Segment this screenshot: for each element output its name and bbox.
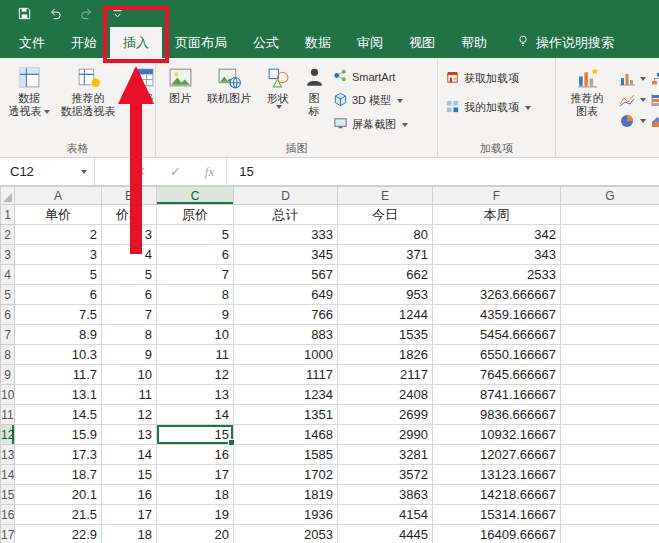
row-header-5[interactable]: 5 (1, 285, 15, 305)
cell-D6[interactable]: 766 (234, 305, 338, 325)
cell-F10[interactable]: 8741.166667 (433, 385, 561, 405)
row-header-6[interactable]: 6 (1, 305, 15, 325)
cell-E16[interactable]: 4154 (338, 505, 433, 525)
cell-A11[interactable]: 14.5 (15, 405, 102, 425)
cell-G9[interactable] (561, 365, 659, 385)
cell-G8[interactable] (561, 345, 659, 365)
cell-G17[interactable] (561, 525, 659, 543)
cell-D1[interactable]: 总计 (234, 205, 338, 225)
cell-A7[interactable]: 8.9 (15, 325, 102, 345)
cell-A17[interactable]: 22.9 (15, 525, 102, 543)
cell-B1[interactable]: 价格 (102, 205, 157, 225)
cell-F6[interactable]: 4359.166667 (433, 305, 561, 325)
cell-F15[interactable]: 14218.66667 (433, 485, 561, 505)
cell-F5[interactable]: 3263.666667 (433, 285, 561, 305)
cell-F8[interactable]: 6550.166667 (433, 345, 561, 365)
row-header-8[interactable]: 8 (1, 345, 15, 365)
cell-E11[interactable]: 2699 (338, 405, 433, 425)
cell-E6[interactable]: 1244 (338, 305, 433, 325)
tab-插入[interactable]: 插入 (110, 27, 162, 58)
area-chart-button[interactable] (651, 114, 659, 128)
row-header-14[interactable]: 14 (1, 465, 15, 485)
cell-D15[interactable]: 1819 (234, 485, 338, 505)
row-header-7[interactable]: 7 (1, 325, 15, 345)
cell-E17[interactable]: 4445 (338, 525, 433, 543)
redo-icon[interactable] (78, 5, 95, 22)
cell-A8[interactable]: 10.3 (15, 345, 102, 365)
pivot-table-button[interactable]: 数据 透视表 (3, 60, 55, 118)
column-chart-button[interactable] (619, 72, 651, 86)
name-box-dropdown-icon[interactable] (81, 170, 87, 174)
undo-icon[interactable] (47, 5, 64, 22)
cell-B16[interactable]: 17 (102, 505, 157, 525)
column-header-B[interactable]: B (102, 187, 157, 205)
cell-C4[interactable]: 7 (157, 265, 234, 285)
cell-B2[interactable]: 3 (102, 225, 157, 245)
cell-C5[interactable]: 8 (157, 285, 234, 305)
column-header-D[interactable]: D (234, 187, 338, 205)
picture-button[interactable]: 图片 (159, 60, 201, 105)
cell-F14[interactable]: 13123.16667 (433, 465, 561, 485)
smartart-button[interactable]: SmartArt (333, 68, 441, 85)
cell-F1[interactable]: 本周 (433, 205, 561, 225)
cell-F17[interactable]: 16409.66667 (433, 525, 561, 543)
row-header-12[interactable]: 12 (1, 425, 15, 445)
cell-A1[interactable]: 单价 (15, 205, 102, 225)
cell-C11[interactable]: 14 (157, 405, 234, 425)
cell-A6[interactable]: 7.5 (15, 305, 102, 325)
column-header-F[interactable]: F (433, 187, 561, 205)
cell-A15[interactable]: 20.1 (15, 485, 102, 505)
cell-F4[interactable]: 2533 (433, 265, 561, 285)
enter-icon[interactable]: ✓ (158, 164, 193, 179)
cell-C13[interactable]: 16 (157, 445, 234, 465)
cell-G3[interactable] (561, 245, 659, 265)
column-header-G[interactable]: G (561, 187, 659, 205)
cell-G12[interactable] (561, 425, 659, 445)
get-addins-button[interactable]: 获取加载项 (445, 70, 531, 87)
cell-D8[interactable]: 1000 (234, 345, 338, 365)
cell-F9[interactable]: 7645.666667 (433, 365, 561, 385)
row-header-4[interactable]: 4 (1, 265, 15, 285)
cell-G5[interactable] (561, 285, 659, 305)
cell-F12[interactable]: 10932.16667 (433, 425, 561, 445)
cell-B15[interactable]: 16 (102, 485, 157, 505)
tab-开始[interactable]: 开始 (58, 27, 110, 58)
cell-A13[interactable]: 17.3 (15, 445, 102, 465)
cell-C12[interactable]: 15 (157, 425, 234, 445)
cell-D12[interactable]: 1468 (234, 425, 338, 445)
cell-D4[interactable]: 567 (234, 265, 338, 285)
cell-C7[interactable]: 10 (157, 325, 234, 345)
tab-视图[interactable]: 视图 (396, 27, 448, 58)
column-header-A[interactable]: A (15, 187, 102, 205)
name-box[interactable]: C12 (0, 158, 95, 185)
cell-F3[interactable]: 343 (433, 245, 561, 265)
cell-A2[interactable]: 2 (15, 225, 102, 245)
tab-公式[interactable]: 公式 (240, 27, 292, 58)
row-header-2[interactable]: 2 (1, 225, 15, 245)
cell-D2[interactable]: 333 (234, 225, 338, 245)
cell-F7[interactable]: 5454.666667 (433, 325, 561, 345)
cell-A3[interactable]: 3 (15, 245, 102, 265)
cell-E7[interactable]: 1535 (338, 325, 433, 345)
cell-A5[interactable]: 6 (15, 285, 102, 305)
row-header-17[interactable]: 17 (1, 525, 15, 543)
bar-chart-button[interactable] (651, 93, 659, 107)
tab-页面布局[interactable]: 页面布局 (162, 27, 240, 58)
cell-C6[interactable]: 9 (157, 305, 234, 325)
tab-文件[interactable]: 文件 (6, 27, 58, 58)
column-header-E[interactable]: E (338, 187, 433, 205)
row-header-16[interactable]: 16 (1, 505, 15, 525)
shapes-button[interactable]: 形状 (257, 60, 299, 109)
row-header-1[interactable]: 1 (1, 205, 15, 225)
cell-B13[interactable]: 14 (102, 445, 157, 465)
cell-C15[interactable]: 18 (157, 485, 234, 505)
cell-G4[interactable] (561, 265, 659, 285)
cell-A16[interactable]: 21.5 (15, 505, 102, 525)
cell-C1[interactable]: 原价 (157, 205, 234, 225)
row-header-3[interactable]: 3 (1, 245, 15, 265)
cell-A14[interactable]: 18.7 (15, 465, 102, 485)
cell-A4[interactable]: 5 (15, 265, 102, 285)
hierarchy-chart-button[interactable] (651, 72, 659, 86)
cell-E8[interactable]: 1826 (338, 345, 433, 365)
cell-A10[interactable]: 13.1 (15, 385, 102, 405)
